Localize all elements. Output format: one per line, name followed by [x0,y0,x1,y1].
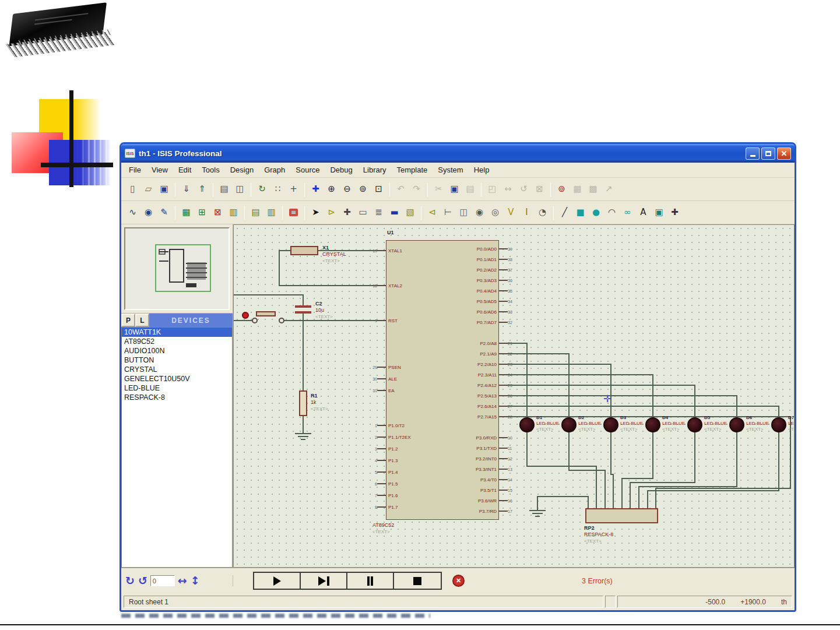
rotate-anticlockwise-button[interactable]: ↺ [138,575,148,586]
rotate-clockwise-button[interactable]: ↻ [125,575,135,586]
open-file-button[interactable]: ▱ [141,182,156,196]
maximize-button[interactable] [761,147,775,160]
titlebar[interactable]: ISIS th1 - ISIS Professional ✕ [121,144,795,163]
device-pins-mode-button[interactable]: ⊢ [441,205,455,220]
current-probe-mode-button[interactable]: I [519,205,534,220]
pick-devices-button[interactable]: P [121,314,135,327]
generator-mode-button[interactable]: ◎ [488,205,502,220]
component-led-d7[interactable] [771,417,786,432]
subcircuit-mode-button[interactable]: ▧ [403,205,417,220]
component-push-button[interactable] [256,311,276,316]
selection-mode-button[interactable]: ➤ [308,205,323,220]
zoom-out-button[interactable]: ⊖ [340,182,354,196]
device-item[interactable]: GENELECT10U50V [122,374,232,383]
error-indicator-icon[interactable]: ✕ [452,575,465,587]
remove-sheet-button[interactable]: ⊠ [210,205,225,220]
menu-system[interactable]: System [433,164,468,176]
component-c2-capacitor[interactable] [295,305,311,308]
minimize-button[interactable] [746,147,760,160]
pause-button[interactable] [347,573,394,589]
device-item[interactable]: LED-BLUE [122,383,232,393]
2d-path-mode-button[interactable]: ∞ [620,205,635,220]
close-button[interactable]: ✕ [777,147,791,160]
library-button[interactable]: L [135,314,149,327]
terminals-mode-button[interactable]: ⊲ [425,205,440,220]
junction-dot-mode-button[interactable]: ✚ [340,205,354,220]
component-rp2-respack[interactable] [585,508,658,523]
text-script-mode-button[interactable]: ≣ [371,205,386,220]
mark-output-area-button[interactable]: ◫ [233,182,247,196]
device-item[interactable]: AUDIO100N [122,346,232,356]
property-assignment-tool-button[interactable]: ✎ [157,205,171,220]
export-section-button[interactable]: ⇑ [195,182,209,196]
pan-button[interactable]: ✚ [308,182,323,196]
wire-autorouter-button[interactable]: ∿ [125,205,140,220]
2d-arc-mode-button[interactable]: ◠ [604,205,619,220]
electrical-rule-check-button[interactable]: ▥ [264,205,279,220]
component-x1-crystal[interactable] [290,246,318,255]
zoom-all-button[interactable]: ⊚ [356,182,370,196]
zoom-area-button[interactable]: ⊡ [371,182,386,196]
mirror-vertical-button[interactable]: ↕ [190,575,201,586]
device-item[interactable]: 10WATT1K [122,328,232,337]
step-button[interactable] [301,573,347,589]
copy-button[interactable]: ▣ [447,182,462,196]
import-section-button[interactable]: ⇓ [179,182,194,196]
new-file-button[interactable]: ▯ [125,182,140,196]
2d-line-mode-button[interactable]: ╱ [557,205,572,220]
zoom-in-button[interactable]: ⊕ [324,182,339,196]
menu-graph[interactable]: Graph [259,164,290,176]
false-origin-button[interactable]: + [286,182,301,196]
stop-button[interactable] [394,573,441,589]
component-led-d5[interactable] [687,417,702,432]
device-item[interactable]: RESPACK-8 [122,393,232,402]
bill-of-materials-button[interactable]: ▤ [248,205,263,220]
goto-sheet-button[interactable]: ▥ [226,205,241,220]
device-item[interactable]: AT89C52 [122,337,232,346]
overview-panel[interactable] [121,224,233,313]
tape-recorder-mode-button[interactable]: ◉ [472,205,487,220]
play-button[interactable] [254,573,301,589]
toggle-grid-button[interactable]: ∷ [270,182,285,196]
graph-mode-button[interactable]: ◫ [456,205,471,220]
menu-help[interactable]: Help [469,164,495,176]
2d-marker-mode-button[interactable]: ✚ [667,205,682,220]
buses-mode-button[interactable]: ▬ [387,205,402,220]
search-tag-button[interactable]: ◉ [141,205,156,220]
2d-text-mode-button[interactable]: A [636,205,651,220]
menu-edit[interactable]: Edit [173,164,196,176]
save-file-button[interactable]: ▣ [157,182,171,196]
menu-template[interactable]: Template [392,164,433,176]
component-r1-resistor[interactable] [299,390,307,416]
component-led-d3[interactable] [603,417,618,432]
print-button[interactable]: ▤ [217,182,231,196]
netlist-to-ares-button[interactable]: ≡ [286,205,301,220]
design-explorer-button[interactable]: ▦ [179,205,194,220]
virtual-instruments-mode-button[interactable]: ◔ [535,205,550,220]
component-led-d1[interactable] [519,417,535,432]
component-led-d4[interactable] [645,417,660,432]
redraw-button[interactable]: ↻ [255,182,269,196]
voltage-probe-mode-button[interactable]: V [504,205,518,220]
menu-debug[interactable]: Debug [325,164,357,176]
schematic-canvas[interactable]: U1 19XTAL118XTAL29RST29PSEN30ALE31EA1P1.… [233,224,795,568]
component-mode-button[interactable]: ⊳ [324,205,339,220]
menu-design[interactable]: Design [225,164,259,176]
component-led-d6[interactable] [729,417,744,432]
menu-source[interactable]: Source [290,164,325,176]
menu-file[interactable]: File [124,164,146,176]
mirror-horizontal-button[interactable]: ↔ [177,575,188,586]
2d-circle-mode-button[interactable]: ● [589,205,603,220]
pick-device-button[interactable]: ⊚ [554,182,569,196]
rotation-angle-input[interactable] [150,575,175,586]
2d-symbol-mode-button[interactable]: ▣ [652,205,666,220]
menu-library[interactable]: Library [358,164,392,176]
new-sheet-button[interactable]: ⊞ [195,205,209,220]
component-led-d2[interactable] [561,417,577,432]
device-item[interactable]: CRYSTAL [122,365,232,374]
wire-label-mode-button[interactable]: ▭ [356,205,370,220]
device-item[interactable]: BUTTON [122,356,232,365]
menu-view[interactable]: View [146,164,173,176]
menu-tools[interactable]: Tools [196,164,224,176]
2d-box-mode-button[interactable]: ■ [573,205,588,220]
